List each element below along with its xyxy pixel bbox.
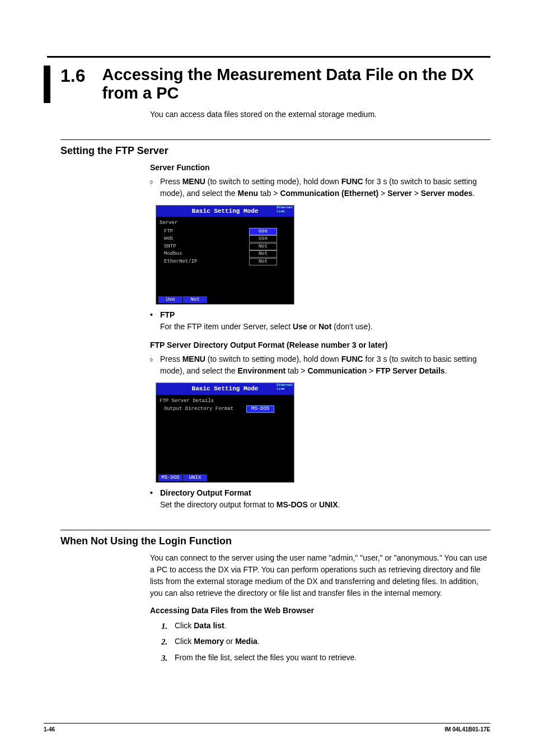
step2-text: Click Memory or Media. <box>175 636 490 648</box>
screen-title-2: Basic Setting Mode Ethernet Link <box>156 383 294 395</box>
dof-b1: MS-DOS <box>277 500 308 509</box>
row-ftp: FTPUse <box>160 228 291 236</box>
dof-p3: . <box>338 500 340 509</box>
val-web: Use <box>249 235 277 242</box>
num-3: 3. <box>161 652 175 665</box>
h2-not-login: When Not Using the Login Function <box>60 530 490 549</box>
bullet-icon: • <box>150 309 160 333</box>
dir-format-text: Press MENU (to switch to setting mode), … <box>160 353 490 377</box>
label-output-format: Output Directory Format <box>160 405 246 413</box>
s2-b2: Media <box>235 637 257 646</box>
screenshot-server-modes: Basic Setting Mode Ethernet Link Server … <box>156 205 294 305</box>
screenshot-ftp-details: Basic Setting Mode Ethernet Link FTP Ser… <box>156 382 294 483</box>
dof-title: Directory Output Format <box>160 488 251 497</box>
doc-id: IM 04L41B01-17E <box>444 725 490 734</box>
step3-text: From the file list, select the files you… <box>175 652 490 665</box>
sf-p5: > <box>378 189 387 198</box>
row-web: WebUse <box>160 235 291 243</box>
val-ftp: Use <box>249 228 277 235</box>
ethernet-indicator-2: Ethernet Link <box>277 383 293 391</box>
ftp-b1: Use <box>293 322 307 331</box>
di-p4: tab > <box>285 366 307 375</box>
title-bar <box>44 66 50 103</box>
page-footer: 1-46 IM 04L41B01-17E <box>44 723 490 734</box>
sf-p7: . <box>472 189 475 198</box>
row-output-format: Output Directory Format MS-DOS <box>160 405 291 413</box>
val-modbus: Not <box>249 250 277 258</box>
h3-dir-format: FTP Server Directory Output Format (Rele… <box>150 339 490 351</box>
di-b3: Environment <box>238 366 286 375</box>
di-b1: MENU <box>182 354 205 363</box>
dof-item: • Directory Output Format Set the direct… <box>150 487 490 511</box>
di-b4: Communication <box>307 366 367 375</box>
label-sntp: SNTP <box>160 243 249 251</box>
ftp-p3: (don't use). <box>331 322 373 331</box>
dof-b2: UNIX <box>319 500 338 509</box>
screen-bottom-buttons: Use Not <box>156 295 294 304</box>
server-function-step: ◊ Press MENU (to switch to setting mode)… <box>150 176 490 199</box>
ftp-p2: or <box>307 322 318 331</box>
ftp-item: • FTP For the FTP item under Server, sel… <box>150 309 490 333</box>
row-ethernetip: EtherNet/IPNot <box>160 258 291 266</box>
num-1: 1. <box>161 620 175 633</box>
di-b5: FTP Server Details <box>376 366 444 375</box>
val-output-format: MS-DOS <box>246 405 274 413</box>
dof-p1: Set the directory output format to <box>160 500 277 509</box>
ethernet-indicator: Ethernet Link <box>277 206 293 213</box>
di-p2: (to switch to setting mode), hold down <box>205 354 341 363</box>
btn-not: Not <box>183 296 208 303</box>
btn-unix: UNIX <box>183 474 208 481</box>
s2-p3: . <box>257 637 260 646</box>
num-2: 2. <box>161 636 175 648</box>
s3-p1: From the file list, select the files you… <box>175 653 357 662</box>
screen-title-text-2: Basic Setting Mode <box>192 385 259 392</box>
s1-p1: Click <box>175 621 194 630</box>
screen-title: Basic Setting Mode Ethernet Link <box>156 206 294 217</box>
h2-setting-ftp: Setting the FTP Server <box>60 139 490 158</box>
s2-p2: or <box>224 637 235 646</box>
val-ethernetip: Not <box>249 258 277 265</box>
section-number: 1.6 <box>60 66 85 86</box>
server-function-text: Press MENU (to switch to setting mode), … <box>160 176 490 199</box>
sf-p4: tab > <box>258 189 280 198</box>
row-sntp: SNTPNot <box>160 243 291 251</box>
sf-b3: Menu <box>238 189 259 198</box>
group-ftp-details: FTP Server Details <box>160 397 291 406</box>
group-server: Server <box>160 219 291 228</box>
sf-p6: > <box>412 189 421 198</box>
link-label: Link <box>277 209 284 213</box>
intro-text: You can access data files stored on the … <box>150 109 490 120</box>
eth-label: Ethernet <box>277 206 293 209</box>
val-sntp: Not <box>249 243 277 250</box>
label-web: Web <box>160 235 249 243</box>
btn-msdos: MS-DOS <box>158 474 183 481</box>
di-p5: > <box>367 366 376 375</box>
screen-bottom-buttons-2: MS-DOS UNIX <box>156 473 294 482</box>
diamond-icon: ◊ <box>150 353 160 377</box>
step2: 2. Click Memory or Media. <box>161 636 490 648</box>
di-p1: Press <box>160 354 182 363</box>
sf-p1: Press <box>160 177 182 186</box>
sf-b1: MENU <box>182 177 205 186</box>
s2-p1: Click <box>175 637 194 646</box>
s1-b1: Data list <box>194 621 224 630</box>
sf-b5: Server <box>387 189 412 198</box>
label-modbus: Modbus <box>160 250 249 258</box>
bullet-icon: • <box>150 487 160 511</box>
ftp-p1: For the FTP item under Server, select <box>160 322 293 331</box>
di-p6: . <box>445 366 447 375</box>
label-ftp: FTP <box>160 228 249 236</box>
step3: 3. From the file list, select the files … <box>161 652 490 665</box>
sf-p2: (to switch to setting mode), hold down <box>205 177 341 186</box>
page-number: 1-46 <box>44 725 55 734</box>
dof-p2: or <box>308 500 319 509</box>
step1-text: Click Data list. <box>175 620 490 633</box>
h3-accessing: Accessing Data Files from the Web Browse… <box>150 605 490 617</box>
s2-b1: Memory <box>194 637 224 646</box>
ftp-title: FTP <box>160 310 175 319</box>
btn-use: Use <box>158 296 183 303</box>
dir-format-step: ◊ Press MENU (to switch to setting mode)… <box>150 353 490 377</box>
section-title: Accessing the Measurement Data File on t… <box>102 66 490 103</box>
step1: 1. Click Data list. <box>161 620 490 633</box>
sf-b2: FUNC <box>341 177 363 186</box>
